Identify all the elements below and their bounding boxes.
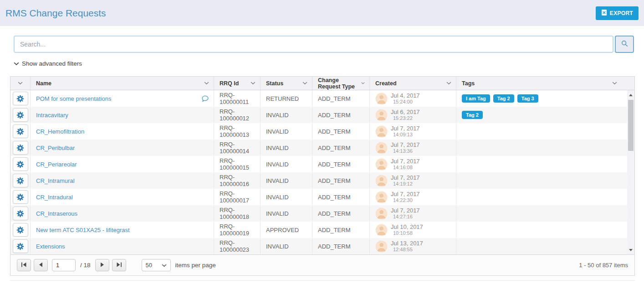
row-actions-cell	[10, 172, 31, 189]
created-datetime: Jul 7, 201714:27:16	[391, 207, 420, 220]
name-cell: CR_Periareolar	[31, 156, 214, 172]
next-page-button[interactable]	[95, 259, 109, 271]
change-request-link[interactable]: CR_Hemofiltration	[36, 128, 84, 135]
row-actions-cell	[10, 90, 31, 107]
status-cell: RETURNED	[261, 90, 312, 107]
created-date: Jul 7, 2017	[391, 207, 420, 214]
previous-page-button[interactable]	[34, 259, 48, 271]
change-request-link[interactable]: New term ATC S01XA25 - lifitegrast	[36, 227, 130, 233]
created-time: 14:16:08	[391, 165, 420, 171]
column-header-status[interactable]: Status	[261, 77, 312, 90]
change-request-link[interactable]: CR_Intradural	[36, 194, 73, 201]
row-actions-button[interactable]	[13, 108, 28, 122]
comment-icon[interactable]	[201, 95, 209, 103]
user-avatar	[375, 175, 388, 187]
chevron-down-icon	[446, 82, 451, 85]
name-cell: Extensions	[31, 238, 214, 254]
pager-range-label: 1 - 50 of 857 items	[579, 262, 628, 269]
change-request-type-cell: ADD_TERM	[312, 140, 370, 156]
first-page-button[interactable]	[17, 259, 31, 271]
rrq-id-cell: RRQ-100000023	[214, 238, 261, 254]
column-header-label: Name	[36, 80, 51, 87]
gear-icon	[16, 243, 24, 250]
created-date: Jul 7, 2017	[391, 191, 420, 198]
grid-body: POM for some presentationsRRQ-100000011R…	[10, 90, 634, 254]
status-cell: INVALID	[261, 205, 312, 222]
column-header-tags[interactable]: Tags	[456, 77, 634, 90]
change-request-link[interactable]: CR_Peribulbar	[36, 145, 75, 151]
tag-badge[interactable]: I am Tag	[462, 94, 490, 103]
export-button[interactable]: EXPORT	[596, 6, 639, 20]
created-cell: Jul 4, 201715:24:00	[370, 90, 456, 107]
created-date: Jul 7, 2017	[391, 125, 420, 132]
page-number-input[interactable]	[52, 259, 76, 271]
search-button[interactable]	[615, 36, 634, 53]
column-header-label: RRQ Id	[220, 80, 239, 87]
row-actions-button[interactable]	[13, 190, 28, 204]
created-cell: Jul 13, 201712:48:55	[370, 238, 456, 254]
page-size-value: 50	[146, 262, 152, 269]
change-requests-grid: NameRRQ IdStatusChange Request TypeCreat…	[10, 76, 635, 276]
row-actions-button[interactable]	[13, 157, 28, 171]
change-request-link[interactable]: Intracavitary	[36, 112, 68, 119]
table-row: POM for some presentationsRRQ-100000011R…	[10, 90, 627, 107]
created-cell: Jul 7, 201714:22:30	[370, 189, 456, 205]
user-avatar-icon	[375, 207, 388, 220]
last-page-button[interactable]	[112, 259, 126, 271]
created-cell: Jul 7, 201714:27:16	[370, 205, 456, 222]
user-avatar	[375, 191, 388, 203]
scrollbar-up-arrow[interactable]	[627, 91, 634, 98]
scrollbar-thumb[interactable]	[628, 100, 634, 151]
change-request-link[interactable]: CR_Intraserous	[36, 210, 77, 217]
column-header-actions[interactable]	[10, 77, 31, 90]
change-request-link[interactable]: CR_Intramural	[36, 177, 75, 184]
change-request-type-cell: ADD_TERM	[312, 205, 370, 222]
advanced-filters-toggle[interactable]: Show advanced filters	[14, 60, 82, 67]
main-content: Show advanced filters NameRRQ IdStatusCh…	[0, 36, 644, 281]
column-header-rrq-id[interactable]: RRQ Id	[214, 77, 261, 90]
tags-cell	[456, 123, 627, 140]
rrq-id-cell: RRQ-100000017	[214, 189, 261, 205]
search-icon	[621, 40, 629, 49]
row-actions-button[interactable]	[13, 141, 28, 155]
table-row: IntracavitaryRRQ-100000012INVALIDADD_TER…	[10, 107, 627, 123]
tag-badge[interactable]: Tag 2	[493, 94, 514, 103]
row-actions-button[interactable]	[13, 124, 28, 138]
status-cell: APPROVED	[261, 222, 312, 238]
rrq-id-cell: RRQ-100000018	[214, 205, 261, 222]
column-header-created[interactable]: Created	[370, 77, 456, 90]
row-actions-button[interactable]	[13, 92, 28, 105]
previous-page-icon	[39, 262, 43, 269]
rrq-id-cell: RRQ-100000019	[214, 222, 261, 238]
rrq-id-cell: RRQ-100000015	[214, 156, 261, 172]
search-input[interactable]	[14, 36, 613, 53]
user-avatar	[375, 224, 388, 236]
row-actions-button[interactable]	[13, 223, 28, 237]
user-avatar-icon	[375, 240, 388, 253]
column-header-name[interactable]: Name	[31, 77, 214, 90]
vertical-scrollbar[interactable]	[627, 90, 634, 254]
page-header: RMS Change Requests EXPORT	[0, 0, 644, 26]
change-request-link[interactable]: CR_Periareolar	[36, 161, 77, 168]
row-actions-button[interactable]	[13, 239, 28, 253]
table-row: CR_PeribulbarRRQ-100000014INVALIDADD_TER…	[10, 140, 627, 156]
tags-cell	[456, 238, 627, 254]
change-request-link[interactable]: POM for some presentations	[36, 95, 111, 102]
tag-badge[interactable]: Tag 2	[462, 111, 483, 119]
created-date: Jul 7, 2017	[391, 141, 420, 149]
tag-badge[interactable]: Tag 3	[517, 94, 538, 103]
change-request-link[interactable]: Extensions	[36, 243, 65, 250]
user-avatar	[375, 125, 388, 138]
page-size-select[interactable]: 50	[142, 259, 171, 271]
gear-icon	[16, 193, 24, 201]
row-actions-button[interactable]	[13, 207, 28, 220]
status-cell: INVALID	[261, 107, 312, 123]
table-row: CR_IntraduralRRQ-100000017INVALIDADD_TER…	[10, 189, 627, 205]
table-row: New term ATC S01XA25 - lifitegrastRRQ-10…	[10, 222, 627, 238]
rrq-id-cell: RRQ-100000011	[214, 90, 261, 107]
scrollbar-down-arrow[interactable]	[627, 246, 634, 254]
column-header-type[interactable]: Change Request Type	[312, 77, 370, 90]
row-actions-button[interactable]	[13, 174, 28, 187]
chevron-down-icon	[204, 82, 209, 85]
user-avatar	[375, 109, 388, 121]
